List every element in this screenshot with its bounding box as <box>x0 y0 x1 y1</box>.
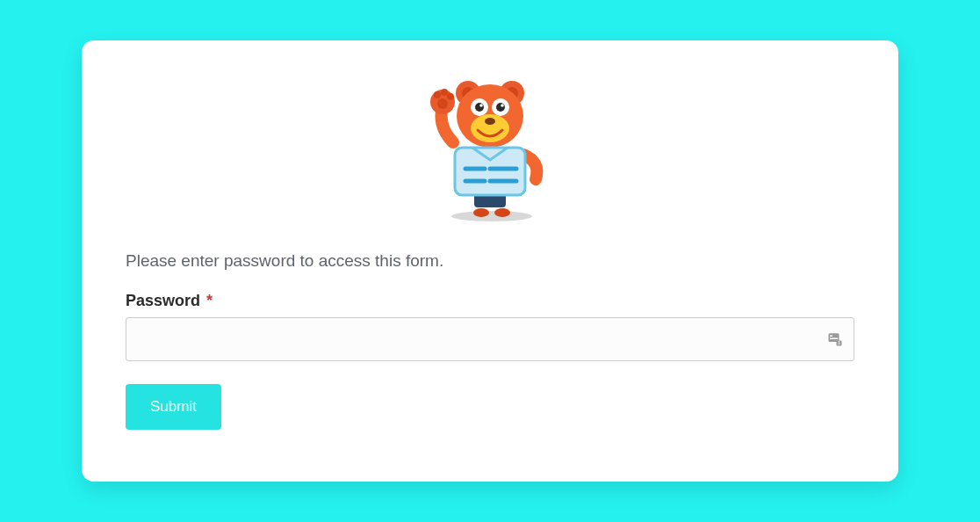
svg-point-15 <box>434 91 441 98</box>
password-label: Password * <box>126 292 854 310</box>
bear-mascot-icon <box>420 74 560 227</box>
mascot-container <box>126 74 854 227</box>
svg-point-8 <box>475 103 484 112</box>
svg-rect-29 <box>830 338 838 340</box>
svg-point-10 <box>479 104 483 107</box>
svg-point-26 <box>494 208 510 217</box>
required-indicator: * <box>206 292 213 309</box>
form-card: Please enter password to access this for… <box>82 40 898 482</box>
svg-rect-20 <box>455 148 525 195</box>
svg-point-17 <box>447 93 454 100</box>
form-prompt-text: Please enter password to access this for… <box>126 251 854 271</box>
svg-point-18 <box>437 98 448 109</box>
password-manager-icon[interactable]: 1 <box>826 330 844 348</box>
svg-rect-28 <box>830 336 832 337</box>
svg-point-11 <box>501 104 504 107</box>
password-input[interactable] <box>126 317 854 361</box>
svg-point-25 <box>473 208 489 217</box>
password-label-text: Password <box>126 292 200 309</box>
svg-point-0 <box>451 211 532 221</box>
password-input-wrapper: 1 <box>126 317 854 361</box>
svg-point-16 <box>441 89 448 96</box>
svg-point-9 <box>496 103 505 112</box>
svg-point-13 <box>485 118 495 125</box>
submit-button[interactable]: Submit <box>126 384 221 430</box>
